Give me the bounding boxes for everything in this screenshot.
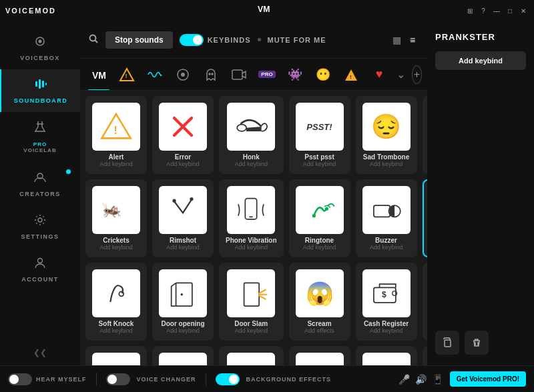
sound-card-ringtone[interactable]: Ringtone Add keybind xyxy=(289,179,350,257)
svg-point-29 xyxy=(172,199,176,203)
minimize-btn[interactable]: — xyxy=(491,5,502,16)
sound-card-scream[interactable]: 😱 Scream Add effects xyxy=(289,263,350,341)
psst-img: PSST! xyxy=(296,103,344,151)
sidebar-item-voicebox[interactable]: VOICEBOX xyxy=(0,27,80,69)
cat-tab-add[interactable]: + xyxy=(412,65,422,84)
phone-icon[interactable]: 📱 xyxy=(432,374,443,385)
sound-card-phone[interactable]: Phone Vibration Add keybind xyxy=(219,179,284,257)
sounds-grid: ! Alert Add keybind Error Add keybind xyxy=(85,96,422,365)
svg-point-2 xyxy=(39,40,42,43)
voicelab-label: VOICELAB xyxy=(23,147,56,153)
speaker-icon[interactable]: 🔊 xyxy=(415,374,427,385)
svg-line-44 xyxy=(259,290,266,293)
creators-icon xyxy=(33,171,47,187)
panel-title: PRANKSTER xyxy=(435,32,526,42)
help-btn[interactable]: ? xyxy=(478,5,489,16)
sound-card-rimshot[interactable]: Rimshot Add keybind xyxy=(152,179,214,257)
add-keybind-button[interactable]: Add keybind xyxy=(435,51,526,70)
sound-card-honk[interactable]: Honk Add keybind xyxy=(219,96,284,174)
alert-sub: Add keybind xyxy=(99,161,133,167)
sound-card-error[interactable]: Error Add keybind xyxy=(152,96,214,174)
rimshot-img xyxy=(159,186,207,234)
delete-button[interactable] xyxy=(465,331,489,355)
ringtone-svg xyxy=(302,193,337,227)
sound-card-s3[interactable] xyxy=(219,346,284,365)
face-icon: 😶 xyxy=(316,67,330,82)
cat-tab-heart[interactable]: ♥ xyxy=(366,63,392,87)
get-pro-button[interactable]: Get Voicemod PRO! xyxy=(450,371,526,387)
cat-tab-tri[interactable]: ! xyxy=(338,63,364,87)
sound-card-s5[interactable] xyxy=(356,346,417,365)
sound-card-psst[interactable]: PSST! Psst psst Add keybind xyxy=(289,96,350,174)
sound-card-s4[interactable] xyxy=(289,346,350,365)
cash-img: $ xyxy=(362,269,411,317)
ringtone-img xyxy=(296,186,344,234)
sidebar-voicebox-label: VOICEBOX xyxy=(20,55,60,61)
cat-tab-vm[interactable]: VM xyxy=(85,63,112,87)
mic-icon[interactable]: 🎤 xyxy=(398,374,410,385)
cat-tab-astro[interactable]: 👾 xyxy=(282,63,308,87)
sidebar-collapse-btn[interactable]: ❮❮ xyxy=(0,340,80,365)
honk-img xyxy=(227,103,275,151)
copy-button[interactable] xyxy=(435,331,459,355)
sidebar-item-settings[interactable]: SETTINGS xyxy=(0,205,80,248)
cat-tab-more[interactable]: ⌄ xyxy=(394,65,408,83)
svg-line-12 xyxy=(95,40,98,43)
sound-card-keyboard[interactable]: Keyboard Add keybind xyxy=(423,263,428,341)
maximize-btn[interactable]: □ xyxy=(505,5,515,16)
sound-card-doorbell[interactable]: Doorbell Add keybind xyxy=(423,179,428,257)
bottom-bar: HEAR MYSELF VOICE CHANGER BACKGROUND EFF… xyxy=(0,365,534,392)
sound-card-alert[interactable]: ! Alert Add keybind xyxy=(85,96,147,174)
door-svg xyxy=(166,276,200,311)
cat-tab-ghost[interactable] xyxy=(198,63,224,87)
svg-rect-5 xyxy=(42,81,44,87)
sidebar-settings-label: SETTINGS xyxy=(21,233,59,240)
voice-changer-toggle[interactable] xyxy=(106,373,130,385)
svg-point-33 xyxy=(324,207,328,211)
cat-tab-video[interactable] xyxy=(226,63,252,87)
cat-tab-warning[interactable]: ! xyxy=(113,63,140,87)
cat-tab-pro[interactable]: PRO xyxy=(254,63,280,87)
sidebar-item-voicelab[interactable]: PRO VOICELAB xyxy=(0,112,80,163)
sound-card-doorslam[interactable]: Door Slam Add keybind xyxy=(219,263,284,341)
phone-name: Phone Vibration xyxy=(226,237,277,244)
bg-effects-toggle[interactable] xyxy=(216,373,240,385)
keybinds-toggle[interactable] xyxy=(180,34,204,46)
search-icon[interactable] xyxy=(88,33,99,47)
sound-card-buzzer[interactable]: Buzzer Add keybind xyxy=(356,179,417,257)
rimshot-name: Rimshot xyxy=(170,237,196,244)
sidebar-item-creators[interactable]: CREATORS xyxy=(0,163,80,205)
sound-card-door[interactable]: Door opening Add keybind xyxy=(152,263,214,341)
scream-img: 😱 xyxy=(296,269,344,317)
sound-card-knock[interactable]: Soft Knock Add keybind xyxy=(85,263,147,341)
sound-card-s2[interactable]: 👆 xyxy=(152,346,214,365)
separator-1 xyxy=(96,373,97,386)
list-view-btn[interactable]: ≡ xyxy=(406,33,419,47)
sound-card-crickets[interactable]: 🦗 Crickets Add keybind xyxy=(85,179,147,257)
sound-card-cash[interactable]: $ Cash Register Add keybind xyxy=(356,263,417,341)
grid-view-btn[interactable]: ▦ xyxy=(390,33,403,47)
hear-myself-toggle[interactable] xyxy=(8,373,32,385)
s2-img: 👆 xyxy=(159,353,207,365)
sound-card-s6[interactable] xyxy=(423,346,428,365)
hear-myself-label: HEAR MYSELF xyxy=(36,376,87,383)
s3-svg xyxy=(234,359,268,365)
svg-point-10 xyxy=(38,259,43,263)
sound-card-sad[interactable]: 😔 Sad Trombone Add keybind xyxy=(356,96,417,174)
svg-text:$: $ xyxy=(382,290,386,299)
s4-img xyxy=(296,353,344,365)
grid-btn[interactable]: ⊞ xyxy=(465,5,475,16)
hear-myself-toggle-group: HEAR MYSELF xyxy=(8,373,87,385)
cat-tab-circle[interactable] xyxy=(170,63,196,87)
cat-tab-face[interactable]: 😶 xyxy=(310,63,336,87)
sidebar-item-account[interactable]: ACCOUNT xyxy=(0,248,80,291)
close-btn[interactable]: ✕ xyxy=(518,5,529,16)
honk-sub: Add keybind xyxy=(234,161,268,167)
rimshot-svg xyxy=(166,193,200,227)
voice-changer-label: VOICE CHANGER xyxy=(137,376,196,383)
sidebar-item-soundboard[interactable]: SOUNDBOARD xyxy=(0,69,80,112)
sound-card-danger[interactable]: Danger Add keybind xyxy=(423,96,428,174)
cat-tab-waveform[interactable] xyxy=(142,63,168,87)
sound-card-s1[interactable]: 👣 xyxy=(85,346,147,365)
stop-sounds-button[interactable]: Stop sounds xyxy=(105,31,173,49)
